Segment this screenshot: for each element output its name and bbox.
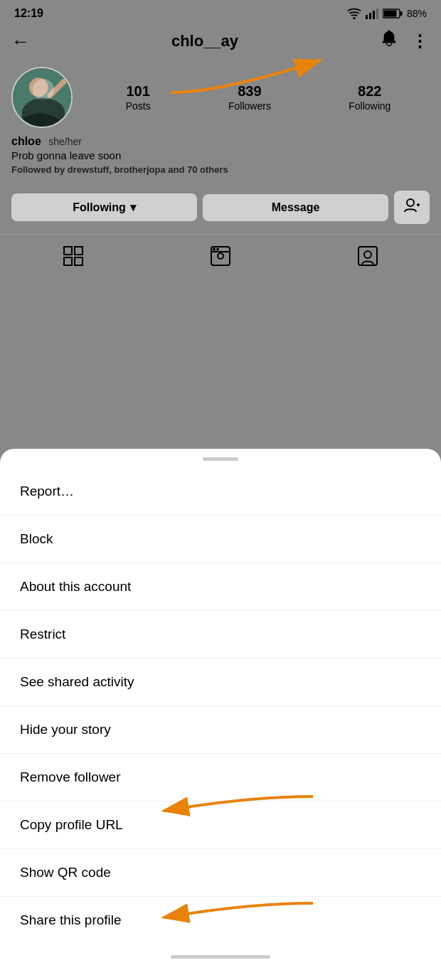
status-bar: 12:19 88% (0, 0, 441, 24)
sheet-item-report[interactable]: Report… (0, 468, 441, 516)
tab-grid[interactable] (0, 240, 147, 272)
battery-icon (383, 9, 403, 18)
tab-tagged[interactable] (294, 240, 441, 272)
sheet-item-block[interactable]: Block (0, 516, 441, 563)
svg-rect-6 (400, 11, 402, 16)
status-time: 12:19 (14, 7, 43, 20)
bottom-home-indicator (171, 955, 270, 959)
bell-button[interactable] (380, 30, 398, 53)
sheet-item-hide-story[interactable]: Hide your story (0, 706, 441, 754)
following-button[interactable]: Following ▾ (11, 193, 197, 221)
signal-icon (366, 8, 378, 19)
sheet-handle (203, 457, 238, 461)
reels-icon (211, 246, 230, 266)
username-title: chlo__ay (171, 32, 238, 50)
svg-rect-2 (369, 13, 371, 19)
tabs-section (0, 234, 441, 275)
sheet-item-copy-url[interactable]: Copy profile URL (0, 801, 441, 849)
wifi-icon (347, 8, 361, 19)
sheet-item-shared-activity[interactable]: See shared activity (0, 659, 441, 706)
action-buttons: Following ▾ Message (0, 185, 441, 234)
sheet-item-share-profile[interactable]: Share this profile (0, 897, 441, 944)
svg-rect-3 (373, 11, 375, 19)
more-options-button[interactable]: ⋮ (411, 31, 430, 51)
message-button[interactable]: Message (203, 194, 388, 221)
svg-rect-4 (376, 9, 378, 19)
tagged-icon (358, 246, 378, 266)
add-person-button[interactable] (394, 191, 430, 224)
battery-text: 88% (407, 8, 427, 19)
status-icons: 88% (347, 8, 427, 19)
profile-bio: Prob gonna leave soon (11, 149, 430, 161)
sheet-item-remove-follower[interactable]: Remove follower (0, 754, 441, 801)
header: ← chlo__ay ⋮ (0, 24, 441, 60)
svg-rect-14 (64, 247, 72, 255)
svg-rect-1 (366, 15, 368, 19)
svg-rect-23 (358, 247, 377, 265)
svg-point-11 (407, 199, 414, 206)
followed-by-names: drewstuff, brotherjopa (68, 164, 166, 175)
svg-rect-16 (64, 257, 72, 265)
header-icons: ⋮ (380, 30, 430, 53)
tab-reels[interactable] (147, 240, 294, 272)
svg-point-24 (364, 251, 371, 258)
sheet-item-restrict[interactable]: Restrict (0, 611, 441, 659)
svg-rect-7 (383, 11, 396, 17)
sheet-item-about[interactable]: About this account (0, 563, 441, 611)
profile-stats: 101 Posts 839 Followers 822 Following (87, 83, 430, 112)
avatar[interactable] (11, 67, 73, 128)
followers-stat[interactable]: 839 Followers (228, 83, 271, 112)
grid-icon (63, 246, 83, 266)
profile-info: chloe she/her Prob gonna leave soon Foll… (11, 135, 430, 175)
svg-rect-17 (75, 257, 83, 265)
sheet-item-show-qr[interactable]: Show QR code (0, 849, 441, 897)
profile-pronouns: she/her (48, 136, 82, 147)
posts-stat[interactable]: 101 Posts (126, 83, 151, 112)
svg-point-0 (353, 17, 355, 19)
profile-section: 101 Posts 839 Followers 822 Following ch… (0, 60, 441, 185)
profile-name: chloe (11, 135, 41, 147)
svg-point-19 (218, 253, 223, 259)
following-stat[interactable]: 822 Following (349, 83, 390, 112)
svg-rect-15 (75, 247, 83, 255)
svg-rect-9 (13, 68, 71, 127)
profile-followed-by: Followed by drewstuff, brotherjopa and 7… (11, 164, 430, 175)
svg-point-21 (213, 248, 216, 251)
svg-point-10 (29, 78, 48, 97)
svg-point-22 (216, 248, 219, 251)
sheet-menu: Report…BlockAbout this accountRestrictSe… (0, 468, 441, 944)
back-button[interactable]: ← (11, 31, 30, 53)
